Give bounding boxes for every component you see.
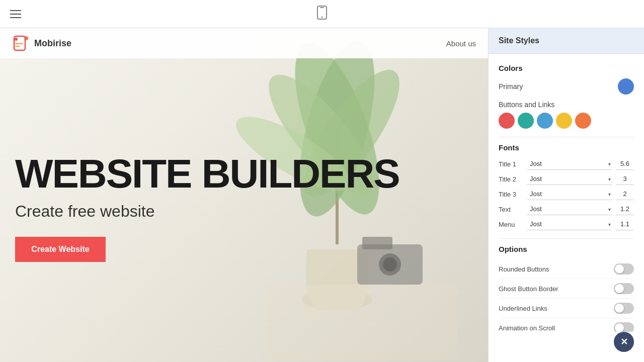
hero-title: WEBSITE BUILDERS <box>15 154 473 194</box>
brand: Mobirise <box>12 34 71 52</box>
animation-on-scroll-toggle[interactable] <box>614 322 634 332</box>
font-label-menu: Menu <box>499 221 523 228</box>
ghost-button-border-toggle[interactable] <box>614 283 634 294</box>
preview-area: Mobirise About us WEBSITE BUILDERS Creat… <box>0 28 488 362</box>
font-label-title2: Title 2 <box>499 175 523 183</box>
hero-content: WEBSITE BUILDERS Create free website Cre… <box>0 28 488 362</box>
option-row-underlined-links: Underlined Links <box>499 299 634 318</box>
animation-on-scroll-label: Animation on Scroll <box>499 324 555 332</box>
color-swatches <box>499 113 634 129</box>
font-row-title2: Title 2 Jost Arial ▾ <box>499 173 634 185</box>
svg-point-1 <box>321 16 323 18</box>
underlined-links-label: Underlined Links <box>499 305 547 312</box>
swatch-yellow[interactable] <box>556 113 572 129</box>
font-size-text[interactable] <box>616 203 634 215</box>
font-select-text-wrapper: Jost Arial ▾ <box>527 203 612 215</box>
brand-icon <box>12 34 30 52</box>
hero-subtitle: Create free website <box>15 202 473 221</box>
font-select-title3[interactable]: Jost Arial <box>527 188 612 200</box>
font-select-title2-wrapper: Jost Arial ▾ <box>527 173 612 185</box>
about-us-link[interactable]: About us <box>446 39 476 48</box>
option-row-animation-scroll: Animation on Scroll <box>499 318 634 332</box>
font-label-text: Text <box>499 206 523 213</box>
swatch-red[interactable] <box>499 113 515 129</box>
font-row-text: Text Jost Arial ▾ <box>499 203 634 215</box>
styles-panel: Site Styles Colors Primary Buttons and L… <box>488 28 644 362</box>
font-size-menu[interactable] <box>616 218 634 230</box>
svg-point-16 <box>15 38 18 41</box>
option-row-rounded-buttons: Rounded Buttons <box>499 259 634 279</box>
fonts-section-title: Fonts <box>499 143 634 152</box>
font-select-text[interactable]: Jost Arial <box>527 203 612 215</box>
fonts-section: Fonts Title 1 Jost Arial Roboto ▾ <box>499 143 634 230</box>
font-select-menu-wrapper: Jost Arial ▾ <box>527 218 612 230</box>
main-area: Mobirise About us WEBSITE BUILDERS Creat… <box>0 28 644 362</box>
underlined-links-toggle[interactable] <box>614 303 634 314</box>
svg-rect-17 <box>15 43 23 44</box>
create-website-button[interactable]: Create Website <box>15 237 106 262</box>
font-row-menu: Menu Jost Arial ▾ <box>499 218 634 230</box>
font-select-title3-wrapper: Jost Arial ▾ <box>527 188 612 200</box>
swatch-orange[interactable] <box>575 113 591 129</box>
swatch-teal[interactable] <box>518 113 534 129</box>
close-icon: ✕ <box>620 336 628 347</box>
top-bar <box>0 0 644 28</box>
primary-label: Primary <box>499 82 523 90</box>
font-select-title1-wrapper: Jost Arial Roboto ▾ <box>527 158 612 170</box>
options-section-title: Options <box>499 245 634 253</box>
font-select-title2[interactable]: Jost Arial <box>527 173 612 185</box>
hamburger-menu-button[interactable] <box>10 10 21 18</box>
brand-name: Mobirise <box>34 38 71 49</box>
primary-row: Primary <box>499 78 634 95</box>
font-row-title1: Title 1 Jost Arial Roboto ▾ <box>499 158 634 170</box>
font-row-title3: Title 3 Jost Arial ▾ <box>499 188 634 200</box>
rounded-buttons-toggle[interactable] <box>614 263 634 275</box>
options-section: Options Rounded Buttons Ghost Button Bor… <box>499 245 634 332</box>
font-select-menu[interactable]: Jost Arial <box>527 218 612 230</box>
font-size-title1[interactable] <box>616 158 634 170</box>
preview-navbar: Mobirise About us <box>0 28 488 58</box>
buttons-links-label: Buttons and Links <box>499 101 634 109</box>
font-size-title3[interactable] <box>616 188 634 200</box>
rounded-buttons-label: Rounded Buttons <box>499 265 549 273</box>
svg-rect-18 <box>15 46 20 47</box>
option-row-ghost-border: Ghost Button Border <box>499 279 634 299</box>
fonts-options-divider <box>499 238 634 239</box>
font-select-title1[interactable]: Jost Arial Roboto <box>527 158 612 170</box>
phone-device-icon[interactable] <box>316 6 328 23</box>
font-size-title2[interactable] <box>616 173 634 185</box>
colors-section-title: Colors <box>499 64 634 72</box>
primary-color-picker[interactable] <box>618 78 634 95</box>
font-label-title1: Title 1 <box>499 160 523 168</box>
ghost-button-border-label: Ghost Button Border <box>499 285 558 293</box>
colors-section: Colors Primary Buttons and Links <box>499 64 634 129</box>
colors-fonts-divider <box>499 137 634 137</box>
fab-close-button[interactable]: ✕ <box>614 332 634 352</box>
font-label-title3: Title 3 <box>499 191 523 198</box>
swatch-blue[interactable] <box>537 113 553 129</box>
panel-body: Colors Primary Buttons and Links Fonts <box>489 54 644 332</box>
panel-header: Site Styles <box>489 28 644 54</box>
